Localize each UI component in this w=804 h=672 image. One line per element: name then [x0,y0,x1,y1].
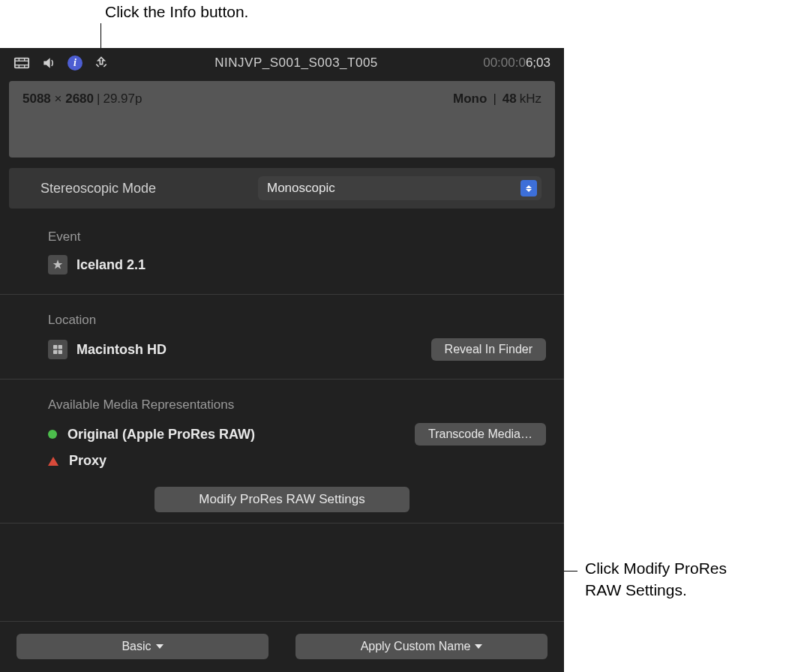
stereoscopic-select[interactable]: Monoscopic [258,176,542,200]
grid-icon [48,340,68,359]
svg-rect-10 [58,350,62,354]
svg-rect-0 [15,58,28,68]
media-original: Original (Apple ProRes RAW) [16,427,255,442]
info-inspector-panel: i NINJVP_S001_S003_T005 00:00:06;03 5088… [0,48,564,672]
location-section: Location Macintosh HD Reveal In Finder [0,295,564,380]
media-proxy: Proxy [16,453,564,469]
video-format: 5088 × 2680|29.97p [22,92,142,106]
info-icon[interactable]: i [68,56,82,70]
event-label: Event [16,230,564,244]
modify-prores-raw-button[interactable]: Modify ProRes RAW Settings [154,487,410,512]
audio-format: Mono|48kHz [453,92,542,106]
video-icon[interactable] [14,55,30,71]
media-label: Available Media Representations [16,398,564,412]
basic-dropdown[interactable]: Basic [16,634,268,659]
location-label: Location [16,313,564,328]
media-section: Available Media Representations Original… [0,380,564,481]
svg-rect-8 [58,345,62,349]
event-section: Event Iceland 2.1 [0,208,564,295]
inspector-toolbar: i NINJVP_S001_S003_T005 00:00:06;03 [0,48,564,78]
format-summary: 5088 × 2680|29.97p Mono|48kHz [9,81,555,158]
modify-row: Modify ProRes RAW Settings [0,481,564,524]
event-item: Iceland 2.1 [16,255,564,274]
apply-custom-name-dropdown[interactable]: Apply Custom Name [296,634,548,659]
chevron-down-icon [156,644,164,649]
stereoscopic-row: Stereoscopic Mode Monoscopic [9,168,555,208]
share-icon[interactable] [93,55,110,71]
location-item: Macintosh HD [16,340,166,359]
stereoscopic-label: Stereoscopic Mode [40,181,236,196]
status-dot-green-icon [48,430,57,439]
audio-icon[interactable] [40,55,57,71]
chevron-updown-icon [520,180,537,196]
callout-modify-settings: Click Modify ProRes RAW Settings. [585,557,727,602]
svg-rect-9 [53,350,57,354]
reveal-in-finder-button[interactable]: Reveal In Finder [431,338,546,361]
chevron-down-icon [475,644,482,649]
footer: Basic Apply Custom Name [0,621,564,672]
star-icon [48,255,68,274]
transcode-media-button[interactable]: Transcode Media… [415,423,546,446]
clip-title: NINJVP_S001_S003_T005 [120,56,472,70]
svg-rect-7 [53,345,57,349]
callout-info-button: Click the Info button. [105,3,248,21]
timecode: 00:00:06;03 [483,56,550,70]
warning-triangle-icon [48,457,58,466]
